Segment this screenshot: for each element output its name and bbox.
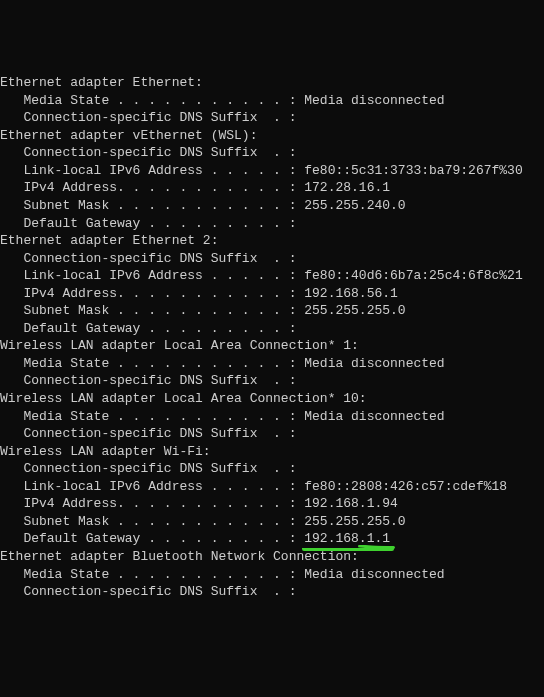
output-row: Connection-specific DNS Suffix . : [0, 144, 544, 162]
output-row: IPv4 Address. . . . . . . . . . . : 172.… [0, 179, 544, 197]
output-row: Media State . . . . . . . . . . . : Medi… [0, 355, 544, 373]
output-row: Media State . . . . . . . . . . . : Medi… [0, 408, 544, 426]
output-row: Link-local IPv6 Address . . . . . : fe80… [0, 162, 544, 180]
terminal-output: Ethernet adapter Ethernet: Media State .… [0, 70, 544, 697]
section-heading: Wireless LAN adapter Wi-Fi: [0, 443, 544, 461]
output-row: Subnet Mask . . . . . . . . . . . : 255.… [0, 513, 544, 531]
section-heading: Wireless LAN adapter Local Area Connecti… [0, 390, 544, 408]
output-row: Default Gateway . . . . . . . . . : [0, 215, 544, 233]
output-row: Connection-specific DNS Suffix . : [0, 250, 544, 268]
highlighted-value: 192.168.1.1 [304, 531, 390, 546]
output-row: Subnet Mask . . . . . . . . . . . : 255.… [0, 197, 544, 215]
section-heading: Ethernet adapter Ethernet: [0, 74, 544, 92]
output-row: Link-local IPv6 Address . . . . . : fe80… [0, 267, 544, 285]
section-heading: Ethernet adapter Ethernet 2: [0, 232, 544, 250]
output-row: Connection-specific DNS Suffix . : [0, 372, 544, 390]
section-heading: Wireless LAN adapter Local Area Connecti… [0, 337, 544, 355]
section-heading: Ethernet adapter Bluetooth Network Conne… [0, 548, 544, 566]
output-row: Connection-specific DNS Suffix . : [0, 425, 544, 443]
output-row: Default Gateway . . . . . . . . . : [0, 320, 544, 338]
output-row: Connection-specific DNS Suffix . : [0, 460, 544, 478]
output-row: Connection-specific DNS Suffix . : [0, 109, 544, 127]
output-row: Media State . . . . . . . . . . . : Medi… [0, 566, 544, 584]
section-heading: Ethernet adapter vEthernet (WSL): [0, 127, 544, 145]
output-row: IPv4 Address. . . . . . . . . . . : 192.… [0, 285, 544, 303]
output-row: Media State . . . . . . . . . . . : Medi… [0, 92, 544, 110]
output-row: IPv4 Address. . . . . . . . . . . : 192.… [0, 495, 544, 513]
output-row: Subnet Mask . . . . . . . . . . . : 255.… [0, 302, 544, 320]
output-row: Connection-specific DNS Suffix . : [0, 583, 544, 601]
output-row: Link-local IPv6 Address . . . . . : fe80… [0, 478, 544, 496]
output-row: Default Gateway . . . . . . . . . : 192.… [0, 530, 544, 548]
